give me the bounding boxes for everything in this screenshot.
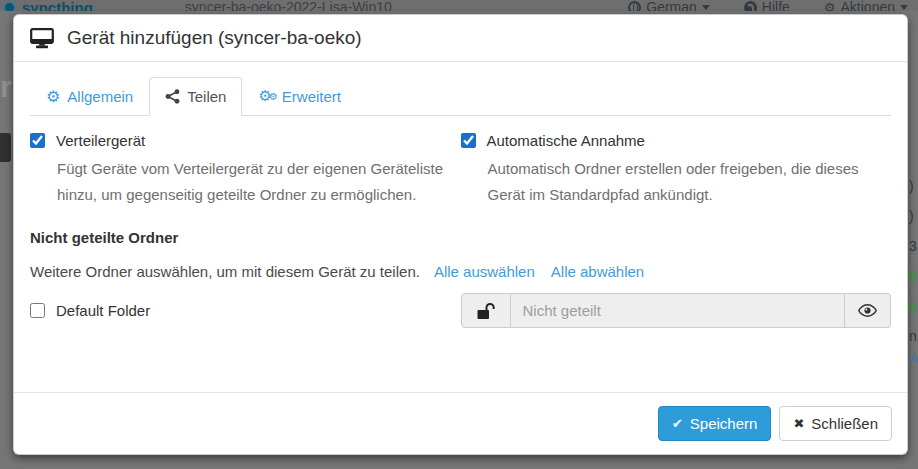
background-text-fragment: 3 (909, 238, 917, 254)
background-icon-fragment (0, 133, 11, 162)
unshared-folders-hint: Weitere Ordner auswählen, um mit diesem … (30, 263, 420, 280)
brand-name: syncthing (22, 0, 93, 11)
background-text-fragment: ) (909, 178, 914, 194)
top-navbar: syncthing syncer-ba-oeko-2022-Lisa-Win10… (0, 0, 918, 11)
gears-icon: ⚙⚙ (258, 89, 274, 104)
show-password-button[interactable] (845, 293, 891, 328)
auto-accept-checkbox-row[interactable]: Automatische Annahme (461, 132, 876, 149)
auto-accept-option: Automatische Annahme Automatisch Ordner … (461, 132, 892, 208)
gear-icon: ⚙ (824, 1, 836, 12)
background-text-fragment: A (909, 350, 918, 366)
share-options-row: Verteilergerät Fügt Geräte vom Verteiler… (30, 132, 891, 208)
desktop-icon (30, 28, 54, 49)
tab-label: Teilen (187, 88, 226, 105)
tab-erweitert[interactable]: ⚙⚙ Erweitert (242, 77, 357, 116)
close-button[interactable]: ✖ Schließen (779, 406, 892, 441)
unshared-folders-heading: Nicht geteilte Ordner (30, 229, 891, 246)
modal-body: ⚙ Allgemein Teilen ⚙⚙ Erweitert (14, 62, 907, 392)
navbar-device-name: syncer-ba-oeko-2022-Lisa-Win10 (185, 0, 392, 11)
background-text-fragment: n (909, 328, 917, 344)
auto-accept-help-text: Automatisch Ordner erstellen oder freige… (488, 156, 876, 208)
question-circle-icon (744, 1, 757, 12)
caret-down-icon (900, 5, 908, 10)
encryption-password-input[interactable] (511, 293, 846, 328)
close-icon: ✖ (793, 414, 804, 433)
introducer-checkbox[interactable] (30, 133, 45, 148)
unshared-folders-hint-row: Weitere Ordner auswählen, um mit diesem … (30, 263, 891, 280)
actions-label: Aktionen (841, 0, 895, 11)
select-all-link[interactable]: Alle auswählen (434, 263, 535, 280)
default-folder-checkbox-row[interactable]: Default Folder (30, 302, 445, 319)
unlock-addon (461, 293, 511, 328)
add-device-modal: Gerät hinzufügen (syncer-ba-oeko) ⚙ Allg… (13, 14, 908, 455)
tab-label: Allgemein (67, 88, 133, 105)
encryption-password-group (461, 293, 892, 328)
tab-teilen[interactable]: Teilen (149, 77, 242, 116)
introducer-label: Verteilergerät (56, 132, 145, 149)
deselect-all-link[interactable]: Alle abwählen (551, 263, 644, 280)
default-folder-label: Default Folder (56, 302, 150, 319)
globe-icon (628, 1, 641, 12)
modal-title: Gerät hinzufügen (syncer-ba-oeko) (67, 27, 362, 49)
eye-icon (858, 304, 877, 317)
share-icon (165, 89, 180, 104)
save-button-label: Speichern (690, 414, 758, 433)
background-text-fragment: 8 (909, 268, 917, 284)
introducer-option: Verteilergerät Fügt Geräte vom Verteiler… (30, 132, 461, 208)
actions-menu[interactable]: ⚙ Aktionen (824, 0, 908, 11)
close-button-label: Schließen (811, 414, 878, 433)
introducer-help-text: Fügt Geräte vom Verteilergerät zu der ei… (57, 156, 445, 208)
background-text-fragment: ) (909, 208, 914, 224)
check-icon: ✔ (672, 414, 683, 433)
language-label: German (646, 0, 697, 11)
syncthing-page: { "backdrop": { "navbar": { "brand": "sy… (0, 0, 918, 469)
unlock-icon (476, 302, 496, 320)
help-menu[interactable]: Hilfe (744, 0, 790, 11)
gear-icon: ⚙ (46, 89, 60, 105)
auto-accept-label: Automatische Annahme (487, 132, 645, 149)
background-text-fragment: r (0, 70, 12, 104)
caret-down-icon (702, 5, 710, 10)
background-text-fragment: 5 (909, 298, 917, 314)
tab-allgemein[interactable]: ⚙ Allgemein (30, 77, 149, 116)
language-menu[interactable]: German (628, 0, 710, 11)
auto-accept-checkbox[interactable] (461, 133, 476, 148)
modal-header: Gerät hinzufügen (syncer-ba-oeko) (14, 15, 907, 62)
syncthing-logo-icon (3, 1, 16, 12)
save-button[interactable]: ✔ Speichern (658, 406, 771, 441)
folder-row: Default Folder (30, 293, 891, 328)
modal-footer: ✔ Speichern ✖ Schließen (14, 392, 907, 454)
introducer-checkbox-row[interactable]: Verteilergerät (30, 132, 445, 149)
tab-label: Erweitert (282, 88, 341, 105)
help-label: Hilfe (762, 0, 790, 11)
modal-tabs: ⚙ Allgemein Teilen ⚙⚙ Erweitert (30, 77, 891, 116)
default-folder-checkbox[interactable] (30, 303, 45, 318)
